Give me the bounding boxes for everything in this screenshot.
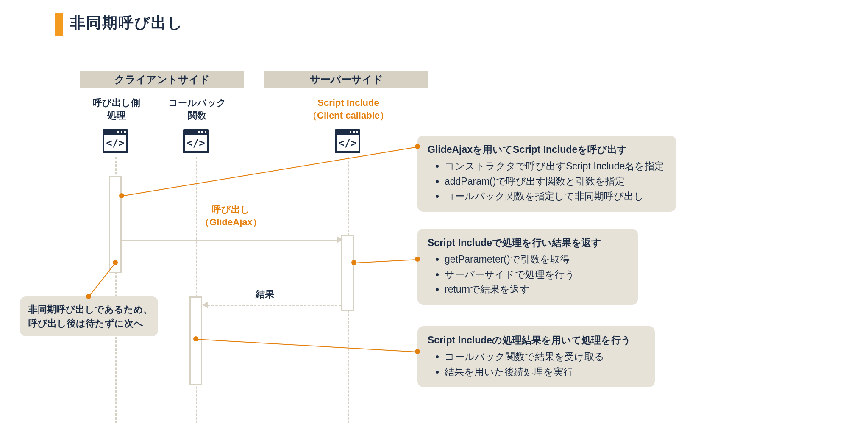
header-client: クライアントサイド [80,71,244,88]
annotation-text: 非同期呼び出しであるため、 呼び出し後は待たずに次へ [28,302,150,330]
message-arrow-call [122,240,338,241]
connector-line [354,259,417,263]
message-label-result: 結果 [239,288,290,301]
connector-dot-icon [415,144,420,149]
connector-dot-icon [113,260,118,265]
title-accent-bar [55,13,63,36]
annotation-item: サーバーサイドで処理を行う [445,267,628,282]
annotation-item: コンストラクタで呼び出すScript Include名を指定 [445,159,666,174]
connector-dot-icon [351,260,356,265]
connector-dot-icon [119,193,124,198]
annotation-item: コールバック関数で結果を受け取る [445,349,645,365]
annotation-title: Script Includeで処理を行い結果を返す [428,236,628,249]
code-icon: </> [103,129,128,153]
connector-dot-icon [193,336,198,341]
arrowhead-icon [337,236,343,243]
activation-server [341,235,354,311]
annotation-list: コールバック関数で結果を受け取る 結果を用いた後続処理を実行 [428,349,645,379]
connector-line [88,263,116,297]
annotation-title: GlideAjaxを用いてScript Includeを呼び出す [428,143,666,156]
lane-label-server: Script Include （Client callable） [268,97,429,122]
annotation-item: コールバック関数を指定して非同期呼び出し [445,189,666,204]
annotation-item: 結果を用いた後続処理を実行 [445,365,645,380]
header-server: サーバーサイド [264,71,428,88]
code-icon: </> [183,129,209,153]
annotation-list: getParameter()で引数を取得 サーバーサイドで処理を行う retur… [428,252,628,297]
arrowhead-icon [202,302,208,308]
connector-dot-icon [86,294,91,299]
connector-dot-icon [415,349,420,354]
connector-dot-icon [415,257,420,262]
diagram-stage: 非同期呼び出し クライアントサイド サーバーサイド 呼び出し側 処理 コールバッ… [0,0,868,429]
code-icon: </> [335,129,360,153]
message-label-call: 呼び出し （GlideAjax） [186,203,275,228]
annotation-item: getParameter()で引数を取得 [445,252,628,267]
lane-label-caller: 呼び出し側 処理 [85,97,148,122]
annotation-script-include: Script Includeで処理を行い結果を返す getParameter()… [417,229,638,305]
message-arrow-result [208,305,341,306]
annotation-title: Script Includeの処理結果を用いて処理を行う [428,334,645,347]
annotation-list: コンストラクタで呼び出すScript Include名を指定 addParam(… [428,159,666,204]
annotation-item: returnで結果を返す [445,282,628,297]
annotation-item: addParam()で呼び出す関数と引数を指定 [445,174,666,189]
annotation-async-note: 非同期呼び出しであるため、 呼び出し後は待たずに次へ [20,296,158,336]
page-title: 非同期呼び出し [70,13,184,33]
connector-line [122,147,417,197]
lane-label-callback: コールバック 関数 [165,97,229,122]
connector-line [196,339,417,352]
annotation-glideajax: GlideAjaxを用いてScript Includeを呼び出す コンストラクタ… [417,136,676,212]
activation-caller [109,176,122,273]
annotation-callback: Script Includeの処理結果を用いて処理を行う コールバック関数で結果… [417,326,655,387]
